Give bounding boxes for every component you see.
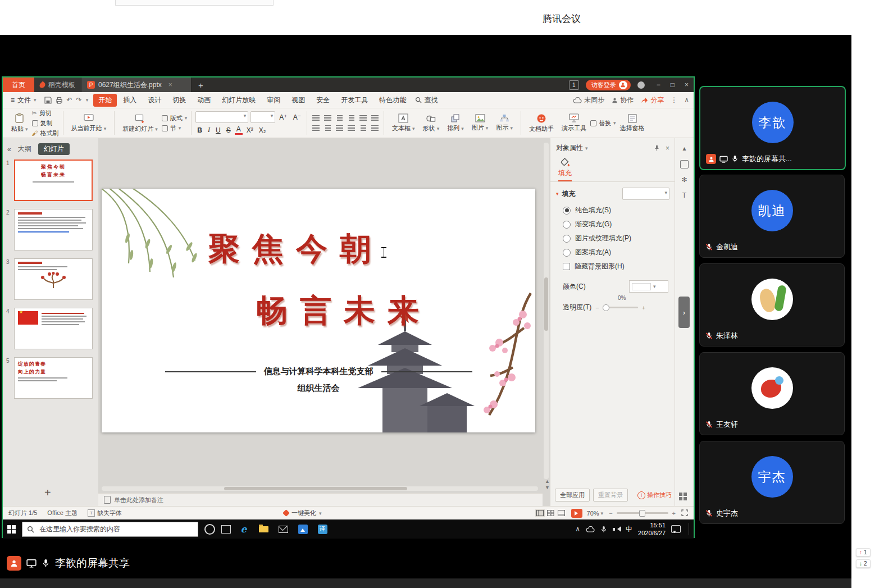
tab-slides[interactable]: 幻灯片: [38, 143, 70, 155]
taskbar-search-input[interactable]: [38, 525, 193, 534]
menu-item-start[interactable]: 开始: [93, 94, 117, 107]
menu-item-security[interactable]: 安全: [311, 94, 335, 107]
mail-icon[interactable]: [276, 522, 290, 536]
textbox-button[interactable]: 文本框 ▾: [388, 113, 419, 133]
shapes-button[interactable]: 形状 ▾: [419, 113, 444, 133]
layout-grid-icon[interactable]: [679, 493, 687, 500]
decrease-font-button[interactable]: A⁻: [291, 113, 303, 121]
fill-section-label[interactable]: 填充: [562, 189, 576, 199]
show-desktop-strip[interactable]: [689, 523, 689, 535]
reset-background-button[interactable]: 重置背景: [593, 489, 628, 502]
font-size-select[interactable]: [250, 111, 275, 123]
font-family-select[interactable]: [195, 111, 248, 123]
apply-all-button[interactable]: 全部应用: [555, 489, 590, 502]
collapse-panel-icon[interactable]: «: [7, 145, 11, 153]
slide-title-line2[interactable]: 畅言未来: [102, 290, 535, 332]
justify-icon[interactable]: [347, 124, 356, 132]
option-gradient-fill[interactable]: 渐变填充(G): [550, 217, 675, 231]
menu-item-devtools[interactable]: 开发工具: [336, 94, 373, 107]
slide-subtitle[interactable]: 信息与计算科学本科生党支部: [102, 366, 535, 377]
option-solid-fill[interactable]: 纯色填充(S): [550, 203, 675, 217]
cut-button[interactable]: ✂剪切: [32, 109, 59, 117]
share-button[interactable]: 分享: [641, 95, 664, 105]
opacity-decrease-button[interactable]: −: [595, 304, 599, 311]
quick-access-caret-icon[interactable]: ▾: [86, 97, 89, 103]
numbered-list-icon[interactable]: [323, 114, 332, 122]
normal-view-icon[interactable]: [535, 509, 545, 517]
vertical-scrollbar[interactable]: [544, 143, 549, 479]
menu-item-features[interactable]: 特色功能: [374, 94, 411, 107]
menu-item-view[interactable]: 视图: [286, 94, 310, 107]
slide-subtitle-line2[interactable]: 组织生活会: [102, 383, 535, 394]
slide-sorter-icon[interactable]: [546, 509, 555, 517]
presenter-tools-button[interactable]: 演示工具: [558, 113, 590, 133]
selection-pane-button[interactable]: 选择窗格: [616, 113, 649, 133]
fit-screen-icon[interactable]: [681, 509, 688, 517]
slide-canvas[interactable]: 聚焦今朝 畅言未来 信息与计算科学本科生党支部 组织生活会 ▲▼ 单击此处添加备…: [98, 138, 550, 506]
horizontal-scrollbar[interactable]: [102, 486, 538, 491]
align-objects-icon[interactable]: [370, 124, 380, 132]
cortana-icon[interactable]: [204, 524, 215, 535]
tab-home[interactable]: 首页: [3, 78, 34, 92]
replace-button[interactable]: 替换▾: [590, 119, 616, 127]
increase-indent-icon[interactable]: [347, 114, 356, 122]
opacity-increase-button[interactable]: +: [642, 304, 645, 311]
option-picture-fill[interactable]: 图片或纹理填充(P): [550, 231, 675, 245]
zoom-in-button[interactable]: +: [672, 510, 676, 517]
action-center-icon[interactable]: [671, 525, 681, 533]
undo-icon[interactable]: ↶: [67, 96, 72, 104]
file-explorer-icon[interactable]: [257, 522, 270, 536]
clock[interactable]: 15:51 2020/6/27: [638, 521, 666, 537]
picture-button[interactable]: 图片 ▾: [468, 113, 493, 133]
slide-thumbnail-2[interactable]: [14, 209, 93, 250]
zoom-handle[interactable]: [639, 510, 645, 517]
member-count-badge[interactable]: 1: [569, 80, 579, 90]
format-painter-button[interactable]: 🖌︎格式刷: [32, 129, 59, 138]
strikethrough-button[interactable]: S: [225, 126, 233, 134]
taskbar-search[interactable]: [22, 522, 198, 537]
photos-app-icon[interactable]: [296, 522, 309, 536]
fill-tab[interactable]: 填充: [558, 157, 572, 181]
sync-status[interactable]: 未同步: [573, 95, 604, 105]
volume-icon[interactable]: [613, 526, 620, 532]
align-right-icon[interactable]: [335, 124, 344, 132]
notes-bar[interactable]: 单击此处添加备注: [98, 493, 543, 506]
zoom-slider[interactable]: [617, 512, 668, 514]
edge-browser-icon[interactable]: e: [237, 522, 250, 536]
slider-handle[interactable]: [603, 304, 609, 311]
add-slide-button[interactable]: +: [44, 486, 51, 499]
layout-button[interactable]: 版式▾: [162, 114, 188, 122]
tips-link[interactable]: i 操作技巧: [637, 491, 672, 499]
option-hide-background[interactable]: 隐藏背景图形(H): [550, 259, 675, 274]
print-icon[interactable]: [56, 97, 63, 104]
theme-icon[interactable]: [637, 81, 645, 89]
zoom-out-button[interactable]: −: [609, 510, 612, 517]
new-tab-button[interactable]: +: [192, 80, 210, 90]
expand-pane-tab[interactable]: ›: [678, 297, 690, 328]
option-pattern-fill[interactable]: 图案填充(A): [550, 245, 675, 259]
opacity-slider[interactable]: [603, 307, 638, 308]
theme-name[interactable]: Office 主题: [47, 509, 78, 517]
close-panel-icon[interactable]: ×: [666, 144, 669, 152]
color-picker[interactable]: ▾: [629, 280, 668, 293]
menu-item-animation[interactable]: 动画: [192, 94, 216, 107]
subscript-button[interactable]: X₂: [257, 126, 268, 134]
participant-tile-zhuzelin[interactable]: 朱泽林: [699, 263, 845, 347]
text-tool-icon[interactable]: T: [679, 190, 690, 201]
collapse-ribbon-icon[interactable]: ∧: [684, 96, 689, 104]
section-button[interactable]: 节▾: [162, 124, 188, 133]
menu-item-design[interactable]: 设计: [143, 94, 166, 107]
paste-button[interactable]: 粘贴 ▾: [7, 112, 32, 134]
doc-assistant-button[interactable]: 文档助手: [525, 113, 558, 134]
italic-button[interactable]: I: [206, 126, 212, 134]
scroll-up-icon[interactable]: ▴: [679, 143, 690, 154]
copy-button[interactable]: 复制: [32, 119, 59, 127]
line-spacing-icon[interactable]: [358, 114, 368, 122]
slide-thumbnail-3[interactable]: [14, 258, 93, 300]
find-button[interactable]: 查找: [415, 95, 438, 105]
slideshow-play-button[interactable]: [571, 509, 582, 518]
slide-nav-buttons[interactable]: ▲▼: [545, 479, 550, 490]
play-from-current-button[interactable]: 从当前开始 ▾: [67, 113, 111, 133]
participant-tile-wangyouxuan[interactable]: 王友轩: [699, 352, 845, 435]
fill-preset-select[interactable]: [622, 188, 669, 200]
